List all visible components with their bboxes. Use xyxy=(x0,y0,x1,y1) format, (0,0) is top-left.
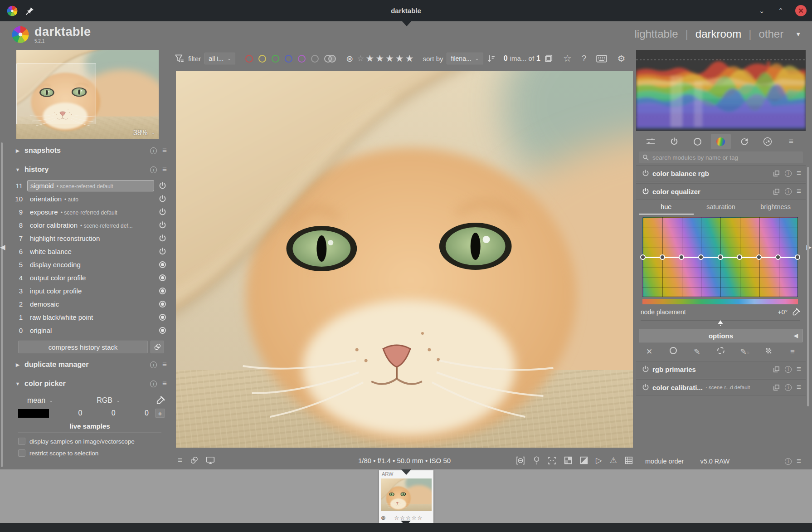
star-icon[interactable]: ★ xyxy=(375,53,384,64)
blending-menu-icon[interactable] xyxy=(786,347,799,356)
presets-menu-icon[interactable] xyxy=(797,383,801,392)
focus-peaking-icon[interactable] xyxy=(548,456,556,465)
favorites-star-icon[interactable]: ☆ xyxy=(563,53,572,64)
module-color-equalizer[interactable]: color equalizer xyxy=(636,183,806,200)
mask-drawn-icon[interactable]: ✎ xyxy=(690,347,704,356)
power-icon[interactable] xyxy=(159,208,166,216)
color-label-green[interactable] xyxy=(272,55,279,63)
module-search-input[interactable] xyxy=(652,154,799,161)
filmstrip-thumbnail[interactable]: ARW ⊗ ☆☆☆☆☆ xyxy=(379,470,433,523)
mask-off-icon[interactable]: ✕ xyxy=(642,347,656,356)
curve-node[interactable] xyxy=(718,254,723,260)
history-item[interactable]: 11 sigmoid• scene-referred default xyxy=(9,179,170,192)
curve-node[interactable] xyxy=(737,254,742,260)
module-rgb-primaries[interactable]: rgb primaries xyxy=(636,361,806,377)
presets-menu-icon[interactable] xyxy=(162,146,167,155)
info-icon[interactable] xyxy=(785,188,792,195)
zoom-level-control[interactable]: 38% ⌄ xyxy=(133,129,155,137)
add-sample-button[interactable]: + xyxy=(155,409,165,418)
color-picker-section-header[interactable]: ▼ color picker xyxy=(9,376,170,391)
filter-funnel-icon[interactable] xyxy=(175,54,185,63)
overexposure-warning-icon[interactable] xyxy=(564,456,572,464)
multi-instance-icon[interactable] xyxy=(773,366,780,373)
display-samples-checkbox-row[interactable]: display samples on image/vectorscope xyxy=(18,438,170,445)
reject-filter-icon[interactable]: ⊗ xyxy=(346,54,353,64)
grid-overlay-icon[interactable] xyxy=(625,456,633,464)
curve-node[interactable] xyxy=(698,254,704,260)
star-icon[interactable]: ★ xyxy=(395,53,404,64)
iso12646-lamp-icon[interactable] xyxy=(533,456,540,465)
history-item[interactable]: 4 output color profile xyxy=(9,271,170,284)
history-item[interactable]: 1 raw black/white point xyxy=(9,311,170,324)
history-item[interactable]: 10 orientation• auto xyxy=(9,192,170,205)
color-label-multi-icon[interactable] xyxy=(324,55,336,63)
bottom-panel-handle[interactable] xyxy=(401,521,411,526)
history-item[interactable]: 8 color calibration• scene-referred def.… xyxy=(9,219,170,232)
color-label-yellow[interactable] xyxy=(258,55,266,63)
power-icon[interactable] xyxy=(159,234,166,242)
multi-instance-icon[interactable] xyxy=(773,170,780,177)
navigation-viewport-rect[interactable] xyxy=(16,63,96,124)
module-search[interactable] xyxy=(639,151,803,163)
tab-saturation[interactable]: saturation xyxy=(694,203,749,215)
info-icon[interactable] xyxy=(785,384,792,391)
history-section-header[interactable]: ▼ history xyxy=(9,162,170,177)
power-icon[interactable] xyxy=(159,195,166,203)
color-label-gray[interactable] xyxy=(311,55,319,63)
info-icon[interactable] xyxy=(785,366,792,373)
mask-raster-icon[interactable] xyxy=(762,347,775,356)
help-icon[interactable]: ? xyxy=(582,54,587,63)
sort-select[interactable]: filena... ⌄ xyxy=(447,53,483,64)
active-modules-group-icon[interactable] xyxy=(641,134,661,149)
power-icon[interactable] xyxy=(642,170,649,177)
darkroom-canvas[interactable] xyxy=(176,71,633,448)
restrict-scope-checkbox-row[interactable]: restrict scope to selection xyxy=(18,449,170,457)
power-icon[interactable] xyxy=(642,188,649,195)
maximize-button[interactable]: ⌃ xyxy=(776,7,785,15)
sort-direction-icon[interactable] xyxy=(487,54,496,63)
color-picker-dropper-button[interactable] xyxy=(156,396,165,405)
color-label-purple[interactable] xyxy=(298,55,306,63)
navigation-preview[interactable]: 38% ⌄ xyxy=(16,50,159,139)
info-icon[interactable] xyxy=(785,170,792,177)
mask-parametric-icon[interactable] xyxy=(714,347,728,356)
picker-space-select[interactable]: RGB ⌄ xyxy=(97,396,120,405)
curve-node[interactable] xyxy=(640,254,646,260)
tab-hue[interactable]: hue xyxy=(639,203,694,215)
thumbnail-star-rating[interactable]: ☆☆☆☆☆ xyxy=(386,515,432,521)
gamut-warning-icon[interactable]: ⚠ xyxy=(610,455,617,465)
left-panel-collapse-arrow[interactable]: ◀ xyxy=(0,243,5,251)
basic-group-icon[interactable] xyxy=(687,134,707,149)
effects-group-icon[interactable] xyxy=(758,134,778,149)
module-order-value[interactable]: v5.0 RAW xyxy=(700,458,729,465)
left-scrollbar[interactable] xyxy=(1,142,3,467)
presets-menu-icon[interactable] xyxy=(797,169,801,178)
mask-drawn-parametric-icon[interactable]: ✎◌ xyxy=(738,347,752,356)
curve-node[interactable] xyxy=(660,254,665,260)
history-item[interactable]: 0 original xyxy=(9,324,170,337)
curve-node[interactable] xyxy=(775,254,781,260)
right-scrollbar[interactable] xyxy=(807,167,809,406)
module-color-balance-rgb[interactable]: color balance rgb xyxy=(636,165,806,181)
close-button[interactable]: ✕ xyxy=(795,5,807,16)
filmstrip-collapse-handle[interactable] xyxy=(401,469,411,475)
star-rating-filter[interactable]: ☆ ★★★★★ xyxy=(357,53,413,64)
enabled-modules-group-icon[interactable] xyxy=(664,134,684,149)
slider-marker[interactable] xyxy=(718,320,723,324)
grouping-icon[interactable] xyxy=(544,54,553,63)
module-color-calibration[interactable]: color calibrati... · scene-r...d default xyxy=(636,379,806,395)
checkbox-icon[interactable] xyxy=(18,438,25,445)
curve-node[interactable] xyxy=(795,254,800,260)
info-icon[interactable] xyxy=(150,166,157,173)
guides-icon[interactable]: ▷ xyxy=(596,455,602,465)
correction-group-icon[interactable] xyxy=(734,134,754,149)
power-icon[interactable] xyxy=(159,182,166,190)
power-icon[interactable] xyxy=(642,366,649,373)
mask-uniform-icon[interactable] xyxy=(666,347,680,356)
info-icon[interactable] xyxy=(150,381,157,387)
views-dropdown-icon[interactable]: ▼ xyxy=(795,31,801,38)
history-item[interactable]: 6 white balance xyxy=(9,245,170,258)
presets-menu-icon[interactable] xyxy=(797,187,801,196)
info-icon[interactable] xyxy=(150,147,157,154)
star-icon[interactable]: ★ xyxy=(385,53,394,64)
